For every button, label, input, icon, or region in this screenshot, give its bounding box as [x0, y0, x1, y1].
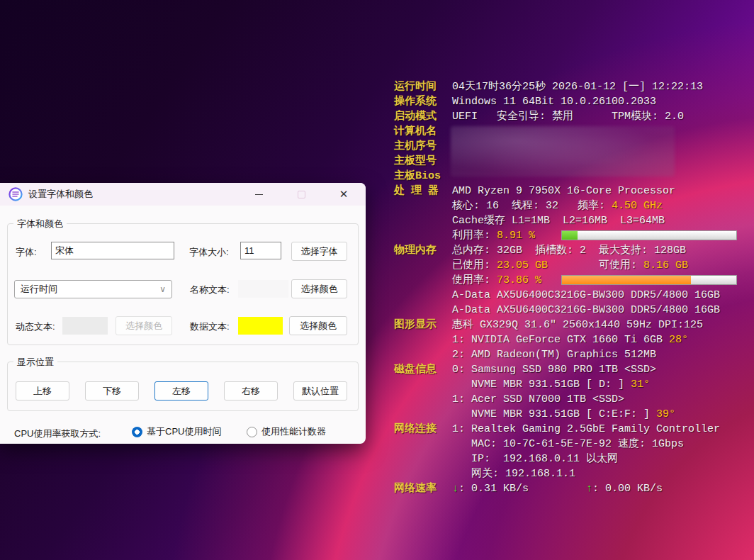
info-row-label: 操作系统 [394, 94, 448, 109]
info-row-label [394, 303, 448, 318]
position-group-legend: 显示位置 [13, 356, 57, 369]
window-title: 设置字体和颜色 [28, 188, 93, 201]
info-row-label [394, 347, 448, 362]
radio-icon [132, 427, 142, 437]
info-row-value: 04天17时36分25秒 2026-01-12 [一] 12:22:13 [452, 79, 703, 94]
info-row: 主板型号 [394, 154, 748, 169]
info-row: 操作系统Windows 11 64Bit 10.0.26100.2033 [394, 94, 748, 109]
info-row-value: A-Data AX5U6400C3216G-BW300 DDR5/4800 16… [452, 303, 720, 318]
font-name-input[interactable] [51, 242, 174, 259]
move-up-button[interactable]: 上移 [16, 381, 69, 401]
app-icon [9, 187, 23, 201]
info-row: 图形显示惠科 GX329Q 31.6″ 2560x1440 59Hz DPI:1… [394, 318, 748, 332]
info-row: 利用率: 8.91 % [394, 228, 748, 243]
choose-name-color-button[interactable]: 选择颜色 [291, 279, 347, 298]
info-row: 运行时间04天17时36分25秒 2026-01-12 [一] 12:22:13 [394, 79, 748, 94]
radio-cpu-time-label: 基于CPU使用时间 [147, 425, 221, 438]
default-position-button[interactable]: 默认位置 [293, 381, 347, 401]
info-row-label: 计算机名 [394, 124, 448, 139]
name-text-color-swatch [238, 280, 288, 298]
info-row: 2: AMD Radeon(TM) Graphics 512MB [394, 347, 748, 362]
info-row-label: 图形显示 [394, 318, 448, 332]
desktop-background: 运行时间04天17时36分25秒 2026-01-12 [一] 12:22:13… [0, 0, 754, 560]
info-row-label [394, 273, 448, 288]
info-row-value: UEFI 安全引导: 禁用 TPM模块: 2.0 [452, 109, 684, 124]
info-row-label: 处 理 器 [394, 184, 448, 198]
radio-cpu-time[interactable]: 基于CPU使用时间 [132, 425, 221, 438]
info-row: NVME MBR 931.51GB [ D: ] 31° [394, 377, 748, 392]
info-row-value: NVME MBR 931.51GB [ D: ] 31° [452, 377, 650, 392]
info-row-value: 核心: 16 线程: 32 频率: 4.50 GHz [452, 198, 663, 213]
info-row: 主板Bios [394, 169, 748, 184]
info-row-label: 主板型号 [394, 154, 448, 169]
info-row-value: 使用率: 73.86 % [452, 273, 541, 288]
move-down-button[interactable]: 下移 [85, 381, 139, 401]
info-row-label [394, 377, 448, 392]
info-row-label [394, 332, 448, 347]
info-row: 磁盘信息0: Samsung SSD 980 PRO 1TB <SSD> [394, 362, 748, 377]
info-row: 1: Acer SSD N7000 1TB <SSD> [394, 392, 748, 407]
info-row-value: NVME MBR 931.51GB [ C:E:F: ] 39° [452, 407, 675, 422]
info-row-value: 总内存: 32GB 插槽数: 2 最大支持: 128GB [452, 243, 686, 258]
radio-icon [247, 427, 257, 437]
font-color-group-legend: 字体和颜色 [13, 218, 67, 230]
move-left-button[interactable]: 左移 [154, 381, 208, 401]
info-row-label [394, 407, 448, 422]
info-row-label [394, 198, 448, 213]
info-row: 启动模式UEFI 安全引导: 禁用 TPM模块: 2.0 [394, 109, 748, 124]
item-select-value: 运行时间 [21, 283, 57, 296]
info-row-value: 惠科 GX329Q 31.6″ 2560x1440 59Hz DPI:125 [452, 318, 703, 332]
info-row: 核心: 16 线程: 32 频率: 4.50 GHz [394, 198, 748, 213]
info-row-label [394, 437, 448, 452]
info-row-value: 利用率: 8.91 % [452, 228, 535, 243]
info-row-value: IP: 192.168.0.11 以太网 [452, 452, 618, 466]
info-row-value: 网关: 192.168.1.1 [452, 466, 575, 481]
info-row-label: 启动模式 [394, 109, 448, 124]
sysinfo-panel: 运行时间04天17时36分25秒 2026-01-12 [一] 12:22:13… [394, 79, 748, 496]
cpu-usage-bar [561, 230, 737, 240]
close-icon[interactable]: ✕ [334, 186, 353, 203]
move-right-button[interactable]: 右移 [224, 381, 278, 401]
info-row-label [394, 466, 448, 481]
info-row: MAC: 10-7C-61-5E-7E-92 速度: 1Gbps [394, 437, 748, 452]
font-size-label: 字体大小: [189, 246, 229, 259]
choose-font-button[interactable]: 选择字体 [291, 242, 347, 261]
info-row-value: Cache缓存 L1=1MB L2=16MB L3=64MB [452, 213, 665, 228]
info-row-label [394, 258, 448, 273]
info-row-value: 2: AMD Radeon(TM) Graphics 512MB [452, 347, 656, 362]
minimize-icon[interactable] [249, 186, 268, 203]
chevron-down-icon: ∨ [159, 284, 166, 294]
dynamic-text-label: 动态文本: [16, 320, 55, 333]
info-row-label: 主板Bios [394, 169, 448, 184]
info-row-value: A-Data AX5U6400C3216G-BW300 DDR5/4800 16… [452, 288, 720, 303]
titlebar[interactable]: 设置字体和颜色 ✕ [0, 183, 366, 206]
info-row-value: Windows 11 64Bit 10.0.26100.2033 [452, 94, 656, 109]
info-row-value: 已使用: 23.05 GB 可使用: 8.16 GB [452, 258, 688, 273]
info-row: 网络速率↓: 0.31 KB/s ↑: 0.00 KB/s [394, 481, 748, 496]
info-row-label [394, 228, 448, 243]
choose-data-color-button[interactable]: 选择颜色 [289, 316, 347, 335]
maximize-icon [292, 186, 310, 203]
ram-usage-bar [561, 275, 737, 285]
info-row-label [394, 392, 448, 407]
info-row: 物理内存总内存: 32GB 插槽数: 2 最大支持: 128GB [394, 243, 748, 258]
item-select-dropdown[interactable]: 运行时间 ∨ [14, 280, 172, 298]
font-size-input[interactable] [240, 242, 281, 259]
info-row-value: 1: NVIDIA GeForce GTX 1660 Ti 6GB 28° [452, 332, 688, 347]
info-row: A-Data AX5U6400C3216G-BW300 DDR5/4800 16… [394, 288, 748, 303]
radio-perf-counter[interactable]: 使用性能计数器 [247, 425, 326, 438]
info-row: 处 理 器AMD Ryzen 9 7950X 16-Core Processor [394, 184, 748, 198]
info-row-label: 网络速率 [394, 481, 448, 496]
info-row: IP: 192.168.0.11 以太网 [394, 452, 748, 466]
info-row: 网关: 192.168.1.1 [394, 466, 748, 481]
info-row-label [394, 288, 448, 303]
info-row-value: 0: Samsung SSD 980 PRO 1TB <SSD> [452, 362, 656, 377]
info-row: 已使用: 23.05 GB 可使用: 8.16 GB [394, 258, 748, 273]
info-row-label: 运行时间 [394, 79, 448, 94]
info-row: 使用率: 73.86 % [394, 273, 748, 288]
radio-perf-counter-label: 使用性能计数器 [261, 425, 326, 438]
info-row-label: 网络连接 [394, 422, 448, 437]
data-text-color-swatch [238, 317, 283, 335]
info-row-label [394, 452, 448, 466]
choose-dynamic-color-button: 选择颜色 [116, 316, 172, 335]
